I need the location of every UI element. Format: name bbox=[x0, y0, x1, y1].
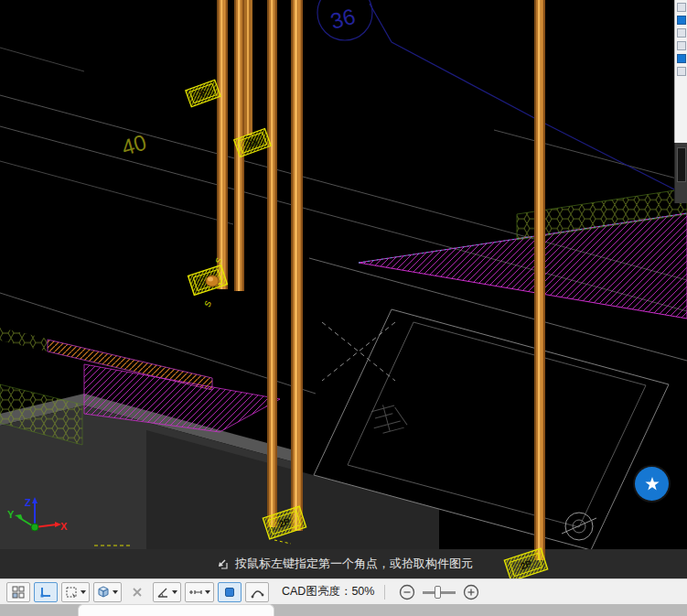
dynamic-input-toggle[interactable] bbox=[218, 582, 242, 602]
application-window: 36 40 bbox=[0, 0, 687, 616]
angle-tool-button[interactable] bbox=[153, 582, 181, 602]
ortho-toggle[interactable] bbox=[34, 582, 58, 602]
column bbox=[291, 0, 303, 531]
panel-button[interactable] bbox=[677, 3, 686, 12]
clear-button[interactable] bbox=[125, 582, 149, 602]
x-icon bbox=[131, 586, 144, 599]
zoom-in-button[interactable] bbox=[459, 582, 483, 602]
taskbar-preview[interactable] bbox=[78, 604, 274, 616]
cad-brightness-label: CAD图亮度：50% bbox=[282, 584, 374, 600]
column-circle-symbol bbox=[562, 513, 596, 540]
axis-y-label: Y bbox=[7, 509, 15, 520]
circle-plus-icon bbox=[463, 584, 479, 600]
circle-minus-icon bbox=[399, 584, 415, 600]
column bbox=[267, 0, 277, 527]
ortho-mode-icon bbox=[39, 586, 52, 599]
cad-viewport[interactable]: 36 40 bbox=[0, 0, 687, 578]
column-marker: P bbox=[186, 80, 220, 106]
dashed-centerlines bbox=[322, 322, 395, 381]
dropdown-caret bbox=[81, 590, 86, 594]
grid-bubble-label: 36 bbox=[327, 4, 358, 34]
selection-window-icon bbox=[65, 586, 78, 599]
column-cap-highlight bbox=[208, 277, 213, 282]
right-edge-panel bbox=[674, 0, 687, 203]
panel-button[interactable] bbox=[677, 54, 686, 63]
zoom-out-button[interactable] bbox=[395, 582, 419, 602]
panel-button[interactable] bbox=[677, 67, 686, 76]
panel-button[interactable] bbox=[677, 16, 686, 25]
axis-x-label: X bbox=[60, 521, 68, 532]
star-icon bbox=[643, 475, 661, 493]
dropdown-caret bbox=[205, 590, 210, 594]
angle-tool-icon bbox=[156, 586, 169, 599]
view-cube-icon bbox=[97, 586, 110, 599]
offset-tool-button[interactable] bbox=[185, 582, 214, 602]
grid-select-button[interactable] bbox=[6, 582, 30, 602]
column bbox=[244, 0, 252, 135]
panel-scrollbar[interactable] bbox=[674, 143, 687, 203]
s-mark: S bbox=[202, 300, 212, 308]
arc-tool-icon bbox=[251, 586, 264, 599]
scrollbar-thumb[interactable] bbox=[677, 147, 686, 182]
axis-z-label: Z bbox=[25, 497, 31, 508]
bottom-toolbar: CAD图亮度：50% bbox=[0, 578, 687, 604]
faint-text-marks bbox=[369, 400, 408, 435]
view-mode-button[interactable] bbox=[93, 582, 122, 602]
column-cap bbox=[206, 276, 219, 286]
hatched-regions bbox=[0, 189, 687, 445]
panel-button[interactable] bbox=[677, 28, 686, 38]
window-select-button[interactable] bbox=[61, 582, 90, 602]
panel-button[interactable] bbox=[677, 41, 686, 50]
status-strip bbox=[0, 549, 687, 578]
column bbox=[217, 0, 228, 289]
panel-button-strip bbox=[674, 0, 687, 143]
grid-select-icon bbox=[12, 586, 25, 599]
dropdown-caret bbox=[113, 590, 118, 594]
column[interactable] bbox=[534, 0, 545, 560]
toolbar-separator bbox=[384, 585, 385, 600]
dynamic-input-icon bbox=[223, 586, 236, 599]
offset-tool-icon bbox=[188, 586, 202, 599]
arc-tool-button[interactable] bbox=[245, 582, 269, 602]
slider-handle[interactable] bbox=[435, 586, 441, 599]
bottom-edge-strip bbox=[0, 604, 687, 616]
dropdown-caret bbox=[172, 590, 177, 594]
zoom-slider[interactable] bbox=[423, 585, 456, 600]
favorite-button[interactable] bbox=[635, 467, 669, 501]
cad-brightness-value: 50% bbox=[351, 585, 374, 598]
